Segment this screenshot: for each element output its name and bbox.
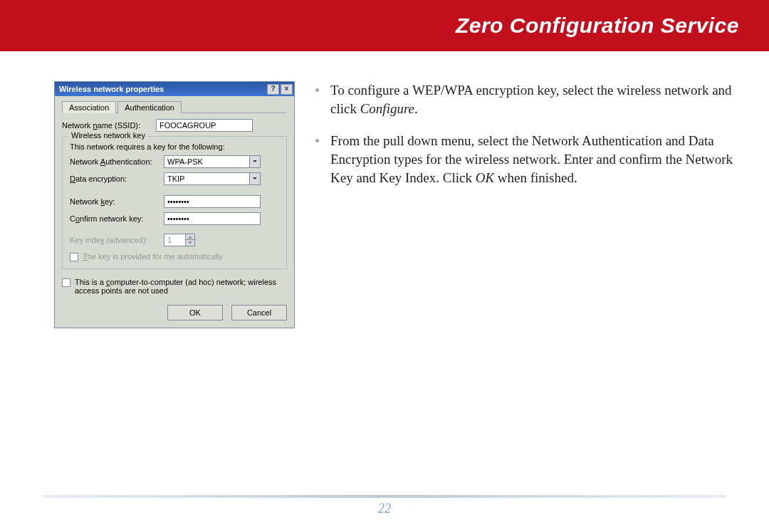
dropdown-arrow-icon[interactable] bbox=[249, 172, 261, 185]
group-note: This network requires a key for the foll… bbox=[70, 142, 279, 151]
adhoc-checkbox[interactable] bbox=[62, 278, 70, 287]
page-number: 22 bbox=[0, 501, 769, 516]
header-band: Zero Configuration Service bbox=[0, 0, 769, 51]
wireless-key-group: Wireless network key This network requir… bbox=[62, 136, 287, 269]
network-key-input[interactable]: •••••••• bbox=[164, 195, 261, 208]
auth-row: Network Authentication: WPA-PSK bbox=[70, 155, 279, 168]
cancel-button[interactable]: Cancel bbox=[231, 305, 287, 320]
key-label: Network key: bbox=[70, 197, 164, 206]
provided-checkbox bbox=[70, 253, 78, 261]
dropdown-arrow-icon[interactable] bbox=[249, 155, 261, 168]
auth-select[interactable]: WPA-PSK bbox=[164, 155, 261, 168]
ssid-input[interactable]: FOOCAGROUP bbox=[156, 119, 253, 132]
close-button[interactable]: × bbox=[281, 84, 293, 95]
spin-down-icon bbox=[185, 240, 195, 246]
dialog-screenshot: Wireless network properties ? × Associat… bbox=[54, 81, 295, 328]
spin-up-icon bbox=[185, 234, 195, 240]
keyindex-value: 1 bbox=[164, 234, 185, 246]
dialog-title: Wireless network properties bbox=[59, 85, 164, 93]
key-row: Network key: •••••••• bbox=[70, 195, 279, 208]
confirm-key-input[interactable]: •••••••• bbox=[164, 212, 261, 225]
keyindex-row: Key index (advanced): 1 bbox=[70, 234, 279, 246]
button-row: OK Cancel bbox=[62, 305, 287, 320]
adhoc-row: This is a computer-to-computer (ad hoc) … bbox=[62, 278, 287, 295]
confirm-label: Confirm network key: bbox=[70, 214, 164, 223]
tab-association[interactable]: Association bbox=[62, 101, 116, 113]
enc-label: Data encryption: bbox=[70, 174, 164, 183]
enc-value: TKIP bbox=[164, 172, 249, 185]
ok-button[interactable]: OK bbox=[167, 305, 223, 320]
tab-authentication[interactable]: Authentication bbox=[117, 101, 182, 113]
page-body: Wireless network properties ? × Associat… bbox=[0, 51, 769, 328]
auth-label: Network Authentication: bbox=[70, 157, 164, 166]
help-button[interactable]: ? bbox=[267, 84, 279, 95]
instructions: To configure a WEP/WPA encryption key, s… bbox=[315, 81, 736, 328]
wireless-properties-dialog: Wireless network properties ? × Associat… bbox=[54, 81, 295, 328]
enc-row: Data encryption: TKIP bbox=[70, 172, 279, 185]
provided-label: The key is provided for me automatically bbox=[83, 252, 223, 261]
adhoc-label: This is a computer-to-computer (ad hoc) … bbox=[75, 278, 287, 295]
instruction-item: From the pull down menu, select the Netw… bbox=[315, 132, 736, 187]
instruction-item: To configure a WEP/WPA encryption key, s… bbox=[315, 81, 736, 118]
keyindex-label: Key index (advanced): bbox=[70, 236, 164, 244]
auth-value: WPA-PSK bbox=[164, 155, 249, 168]
provided-auto-row: The key is provided for me automatically bbox=[70, 252, 279, 261]
keyindex-spinner: 1 bbox=[164, 234, 195, 246]
confirm-row: Confirm network key: •••••••• bbox=[70, 212, 279, 225]
group-title: Wireless network key bbox=[68, 131, 148, 140]
footer-rule bbox=[43, 495, 726, 498]
dialog-titlebar: Wireless network properties ? × bbox=[55, 82, 294, 96]
page-title: Zero Configuration Service bbox=[456, 14, 739, 38]
ssid-row: Network name (SSID): FOOCAGROUP bbox=[62, 119, 287, 132]
dialog-client: Association Authentication Network name … bbox=[55, 96, 294, 328]
enc-select[interactable]: TKIP bbox=[164, 172, 261, 185]
ssid-label: Network name (SSID): bbox=[62, 121, 156, 130]
tabs: Association Authentication bbox=[62, 100, 287, 113]
